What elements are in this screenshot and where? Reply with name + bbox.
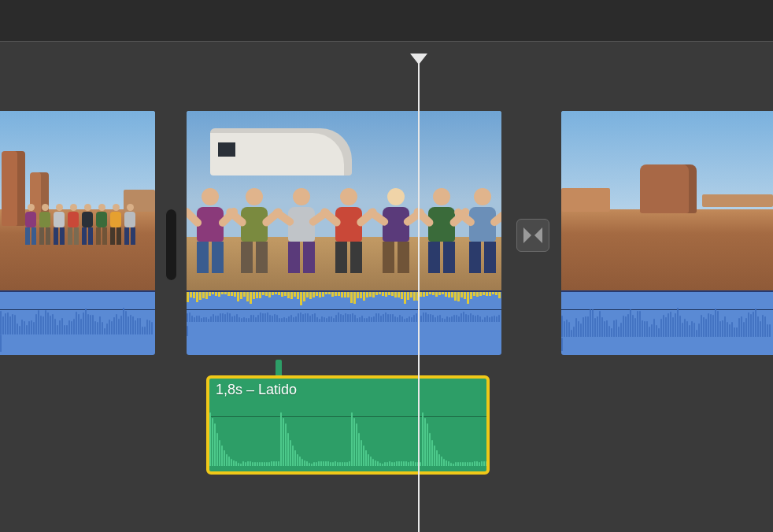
clip-audio-waveform[interactable] xyxy=(561,290,773,355)
sfx-anchor-connector xyxy=(276,360,282,377)
clip-audio-waveform[interactable] xyxy=(0,290,155,355)
video-clip-1[interactable] xyxy=(0,111,155,355)
sound-effect-clip[interactable]: 1,8s – Latido xyxy=(206,375,490,475)
clip-thumbnail xyxy=(187,111,501,290)
clip-thumbnail xyxy=(0,111,155,290)
toolbar xyxy=(0,0,773,42)
sfx-clip-label: 1,8s – Latido xyxy=(216,382,297,398)
timeline[interactable]: 1,8s – Latido xyxy=(0,42,773,532)
playhead-handle[interactable] xyxy=(410,54,427,65)
sfx-waveform xyxy=(209,412,486,471)
clip-audio-waveform[interactable] xyxy=(187,290,501,355)
transition-edge-handle[interactable] xyxy=(165,209,176,280)
video-clip-2[interactable] xyxy=(187,111,501,355)
clip-thumbnail xyxy=(561,111,773,290)
video-clip-3[interactable] xyxy=(561,111,773,355)
transition-cross-dissolve-icon[interactable] xyxy=(516,219,549,252)
